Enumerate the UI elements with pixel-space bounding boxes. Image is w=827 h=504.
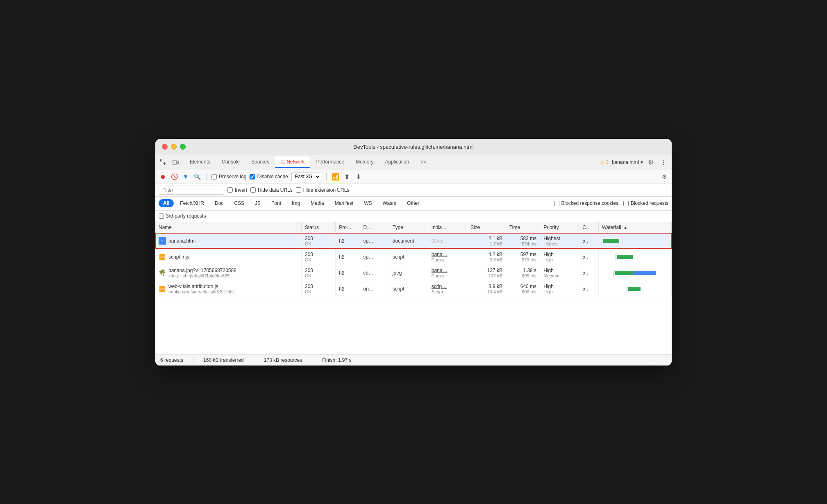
type-filter-ws[interactable]: WS	[359, 199, 376, 207]
table-row[interactable]: </> web-vitals.attribution.js unpkg.com/…	[155, 281, 672, 297]
close-button[interactable]	[162, 144, 168, 150]
time-cell-2: 597 ms 579 ms	[506, 249, 540, 265]
c-cell-1: 5…	[579, 233, 599, 249]
domain-cell-2: sp…	[360, 249, 389, 265]
invert-label[interactable]: Invert	[227, 187, 247, 193]
export-icon[interactable]: ⬇	[354, 173, 363, 181]
type-filter-media[interactable]: Media	[306, 199, 329, 207]
svg-point-4	[174, 164, 175, 165]
file-icon-js2: </>	[159, 253, 166, 261]
blocked-requests-label[interactable]: Blocked requests	[623, 200, 668, 206]
col-initiator[interactable]: Initia…	[428, 222, 467, 233]
tab-network[interactable]: ⚠ Network	[275, 157, 310, 168]
filter-icon[interactable]: ▼	[182, 173, 190, 181]
filter-input[interactable]	[159, 186, 224, 195]
tab-console[interactable]: Console	[216, 157, 245, 168]
table-row[interactable]: 🌴 banana.jpg?v=1705668720588 cdn.glitch.…	[155, 265, 672, 281]
priority-cell-1: Highest Highest	[540, 233, 579, 249]
c-cell-4: 5…	[579, 281, 599, 297]
more-options-icon[interactable]: ⋮	[659, 157, 668, 168]
maximize-button[interactable]	[180, 144, 186, 150]
disable-cache-checkbox[interactable]	[250, 174, 255, 179]
disable-cache-label[interactable]: Disable cache	[250, 174, 288, 179]
hide-ext-label[interactable]: Hide extension URLs	[296, 187, 350, 193]
clear-icon[interactable]: 🚫	[170, 173, 178, 181]
col-c[interactable]: C…	[579, 222, 599, 233]
inspect-icon[interactable]	[159, 157, 168, 167]
hide-data-label[interactable]: Hide data URLs	[250, 187, 293, 193]
table-row[interactable]: </> script.mjs 200 OK h2 sp… script	[155, 249, 672, 265]
settings-gear-icon[interactable]: ⚙	[660, 173, 668, 181]
filter-row: Invert Hide data URLs Hide extension URL…	[155, 184, 672, 197]
blocked-requests-checkbox[interactable]	[623, 201, 629, 206]
stop-recording-icon[interactable]: ⏺	[159, 173, 167, 181]
settings-icon[interactable]: ⚙	[646, 157, 655, 168]
type-filter-doc[interactable]: Doc	[210, 199, 228, 207]
file-icon-img: 🌴	[159, 269, 166, 277]
protocol-cell-1: h2	[336, 233, 360, 249]
tab-sources[interactable]: Sources	[245, 157, 275, 168]
blocked-response-checkbox[interactable]	[554, 201, 559, 206]
col-name[interactable]: Name	[155, 222, 301, 233]
hide-data-checkbox[interactable]	[250, 187, 256, 193]
type-cell-1: document	[389, 233, 428, 249]
col-waterfall[interactable]: Waterfall ▲	[598, 222, 671, 233]
type-filter-manifest[interactable]: Manifest	[330, 199, 358, 207]
import-icon[interactable]: ⬆	[343, 173, 351, 181]
col-protocol[interactable]: Pro…	[336, 222, 360, 233]
time-cell-3: 1.39 s 605 ms	[506, 265, 540, 281]
name-cell-3: 🌴 banana.jpg?v=1705668720588 cdn.glitch.…	[155, 265, 301, 281]
col-status[interactable]: Status	[301, 222, 335, 233]
invert-checkbox[interactable]	[227, 187, 233, 193]
search-icon[interactable]: 🔍	[193, 173, 201, 181]
status-cell-4: 200 OK	[301, 281, 335, 297]
row2-name: script.mjs	[168, 254, 189, 260]
window-controls	[162, 144, 186, 150]
col-size[interactable]: Size	[467, 222, 506, 233]
tab-bar: Elements Console Sources ⚠ Network Perfo…	[155, 155, 672, 170]
status-cell-1: 200 OK	[301, 233, 335, 249]
tab-performance[interactable]: Performance	[310, 157, 350, 168]
throttle-select[interactable]: Fast 3G	[291, 172, 321, 181]
hide-ext-checkbox[interactable]	[296, 187, 301, 193]
tab-application[interactable]: Application	[379, 157, 415, 168]
type-filter-img[interactable]: Img	[287, 199, 304, 207]
type-filter-css[interactable]: CSS	[229, 199, 249, 207]
name-cell-1: ≡ banana.html	[155, 233, 301, 249]
minimize-button[interactable]	[171, 144, 177, 150]
preserve-log-label[interactable]: Preserve log	[211, 174, 246, 179]
tab-memory[interactable]: Memory	[350, 157, 379, 168]
blocked-response-label[interactable]: Blocked response cookies	[554, 200, 618, 206]
type-filter-other[interactable]: Other	[402, 199, 424, 207]
domain-cell-1: sp…	[360, 233, 389, 249]
network-conditions-icon[interactable]: 📶	[332, 173, 340, 181]
devtools-body: Elements Console Sources ⚠ Network Perfo…	[155, 155, 672, 366]
col-domain[interactable]: D…	[360, 222, 389, 233]
type-filter-font[interactable]: Font	[267, 199, 286, 207]
type-filter-all[interactable]: All	[159, 199, 174, 207]
table-row[interactable]: ≡ banana.html 200 OK h2 sp… document	[155, 233, 672, 249]
third-party-label[interactable]: 3rd-party requests	[159, 213, 206, 219]
col-priority[interactable]: Priority	[540, 222, 579, 233]
type-filter-fetch-xhr[interactable]: Fetch/XHR	[175, 199, 209, 207]
status-sep3	[312, 357, 312, 363]
preserve-log-checkbox[interactable]	[211, 174, 217, 179]
col-type[interactable]: Type	[389, 222, 428, 233]
type-filter-js[interactable]: JS	[250, 199, 265, 207]
tab-more[interactable]: >>	[415, 157, 432, 168]
tab-elements[interactable]: Elements	[184, 157, 216, 168]
svg-rect-1	[160, 159, 161, 161]
time-cell-1: 583 ms 574 ms	[506, 233, 540, 249]
status-cell-3: 200 OK	[301, 265, 335, 281]
protocol-cell-2: h2	[336, 249, 360, 265]
initiator-cell-3: bana… Parser	[428, 265, 467, 281]
device-icon[interactable]	[171, 157, 181, 167]
page-selector[interactable]: banana.html ▾	[612, 159, 643, 165]
type-filter-wasm[interactable]: Wasm	[378, 199, 401, 207]
third-party-checkbox[interactable]	[159, 213, 164, 219]
type-filter-row: All Fetch/XHR Doc CSS JS Font Img Media …	[155, 197, 672, 211]
col-time[interactable]: Time	[506, 222, 540, 233]
initiator-cell-2: bana… Parser	[428, 249, 467, 265]
type-cell-3: jpeg	[389, 265, 428, 281]
priority-cell-3: High Medium	[540, 265, 579, 281]
